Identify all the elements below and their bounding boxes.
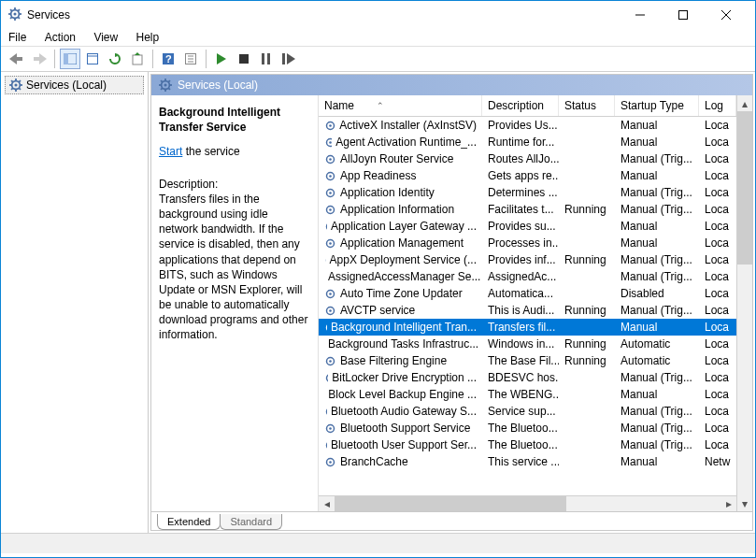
scroll-left-icon[interactable]: ◂ — [319, 496, 335, 512]
help-button[interactable]: ? — [158, 49, 178, 69]
svg-marker-16 — [9, 53, 17, 64]
column-description[interactable]: Description — [482, 95, 559, 116]
v-scroll-thumb[interactable] — [737, 111, 752, 265]
menu-help[interactable]: Help — [136, 31, 160, 44]
forward-button[interactable] — [29, 49, 50, 69]
service-name: Base Filtering Engine — [340, 354, 447, 367]
properties-window-button[interactable] — [82, 49, 103, 69]
service-description: Transfers fil... — [482, 321, 559, 334]
service-row[interactable]: AVCTP serviceThis is Audi...RunningManua… — [319, 302, 736, 319]
service-row[interactable]: Bluetooth Audio Gateway S...Service sup.… — [319, 403, 736, 420]
service-startup-type: Manual — [615, 169, 699, 182]
close-button[interactable] — [705, 1, 748, 29]
column-status[interactable]: Status — [559, 95, 615, 116]
service-row[interactable]: App ReadinessGets apps re...ManualLoca — [319, 167, 736, 184]
service-description: Processes in... — [482, 236, 559, 250]
service-row[interactable]: BranchCacheThis service ...ManualNetw — [319, 453, 736, 470]
service-row[interactable]: Auto Time Zone UpdaterAutomatica...Disab… — [319, 285, 736, 302]
minimize-button[interactable] — [619, 1, 662, 29]
export-button[interactable] — [127, 49, 148, 69]
back-button[interactable] — [7, 49, 27, 69]
service-logon: Loca — [699, 253, 736, 266]
service-row[interactable]: Agent Activation Runtime_...Runtime for.… — [319, 134, 736, 150]
column-startup-type[interactable]: Startup Type — [615, 95, 699, 116]
service-row[interactable]: Bluetooth Support ServiceThe Bluetoo...M… — [319, 420, 736, 436]
menu-file[interactable]: File — [8, 31, 26, 44]
restart-button[interactable] — [278, 49, 299, 69]
tab-extended[interactable]: Extended — [157, 514, 221, 530]
tab-standard[interactable]: Standard — [220, 514, 282, 530]
service-name: Background Intelligent Tran... — [331, 321, 477, 334]
service-description: AssignedAc... — [482, 270, 559, 283]
service-status: Running — [559, 354, 615, 367]
start-button[interactable] — [211, 49, 232, 69]
service-row[interactable]: ActiveX Installer (AxInstSV)Provides Us.… — [319, 117, 736, 134]
service-startup-type: Manual — [615, 136, 699, 149]
service-row[interactable]: Application IdentityDetermines ...Manual… — [319, 184, 736, 201]
service-icon — [324, 439, 327, 451]
service-icon — [324, 305, 336, 317]
description-label: Description: — [159, 177, 310, 192]
service-logon: Loca — [699, 422, 736, 435]
tree-item-label: Services (Local) — [26, 79, 107, 92]
service-description: BDESVC hos... — [482, 371, 559, 384]
horizontal-scrollbar[interactable]: ◂ ▸ — [319, 495, 736, 511]
pause-button[interactable] — [256, 49, 277, 69]
service-name: BitLocker Drive Encryption ... — [332, 371, 477, 384]
scroll-up-icon[interactable]: ▴ — [737, 95, 752, 111]
service-row[interactable]: Application InformationFacilitates t...R… — [319, 201, 736, 218]
service-startup-type: Manual (Trig... — [615, 371, 699, 384]
service-logon: Loca — [699, 136, 736, 149]
service-icon — [324, 372, 328, 384]
service-row[interactable]: AssignedAccessManager Se...AssignedAc...… — [319, 268, 736, 285]
service-name: Bluetooth Audio Gateway S... — [331, 405, 477, 418]
svg-point-68 — [329, 360, 332, 363]
start-service-link[interactable]: Start — [159, 145, 182, 158]
service-description: The Bluetoo... — [482, 438, 559, 451]
service-row[interactable]: Block Level Backup Engine ...The WBENG..… — [319, 386, 736, 403]
service-row[interactable]: AppX Deployment Service (...Provides inf… — [319, 251, 736, 268]
scroll-right-icon[interactable]: ▸ — [720, 496, 736, 512]
column-headers: Name⌃ Description Status Startup Type Lo… — [319, 95, 736, 117]
service-logon: Loca — [699, 371, 736, 384]
service-icon — [324, 120, 335, 132]
service-name: Application Management — [340, 236, 464, 250]
service-description: Provides Us... — [482, 119, 559, 132]
svg-point-50 — [329, 208, 332, 211]
service-row[interactable]: Application ManagementProcesses in...Man… — [319, 235, 736, 251]
refresh-button[interactable] — [105, 49, 125, 69]
svg-point-76 — [329, 427, 332, 430]
service-name: Application Layer Gateway ... — [331, 220, 477, 233]
service-logon: Loca — [699, 321, 736, 334]
app-icon — [8, 7, 21, 23]
svg-rect-34 — [239, 54, 249, 64]
tree-item-services-local[interactable]: Services (Local) — [5, 76, 144, 94]
svg-rect-13 — [679, 11, 688, 20]
show-hide-tree-button[interactable] — [60, 49, 80, 69]
maximize-button[interactable] — [662, 1, 705, 29]
column-name[interactable]: Name⌃ — [319, 95, 482, 116]
vertical-scrollbar[interactable]: ▴ ▾ — [736, 95, 752, 511]
service-startup-type: Disabled — [615, 287, 699, 300]
service-row[interactable]: Application Layer Gateway ...Provides su… — [319, 218, 736, 235]
h-scroll-thumb[interactable] — [335, 496, 566, 512]
service-status: Running — [559, 253, 615, 266]
service-row[interactable]: Background Intelligent Tran...Transfers … — [319, 319, 736, 336]
service-logon: Loca — [699, 287, 736, 300]
service-row[interactable]: BitLocker Drive Encryption ...BDESVC hos… — [319, 369, 736, 386]
service-row[interactable]: Base Filtering EngineThe Base Fil...Runn… — [319, 352, 736, 369]
service-row[interactable]: AllJoyn Router ServiceRoutes AllJo...Man… — [319, 150, 736, 167]
stop-button[interactable] — [234, 49, 254, 69]
service-row[interactable]: Background Tasks Infrastruc...Windows in… — [319, 336, 736, 352]
service-row[interactable]: Bluetooth User Support Ser...The Bluetoo… — [319, 436, 736, 453]
menu-view[interactable]: View — [93, 31, 118, 44]
detail-pane: Background Intelligent Transfer Service … — [151, 95, 318, 511]
properties-button[interactable] — [180, 49, 201, 69]
service-startup-type: Manual — [615, 119, 699, 132]
column-logon[interactable]: Log — [699, 95, 736, 116]
service-name: Application Information — [340, 203, 454, 216]
start-suffix: the service — [182, 145, 239, 158]
scroll-down-icon[interactable]: ▾ — [737, 495, 752, 511]
menu-action[interactable]: Action — [45, 31, 76, 44]
service-icon — [324, 237, 336, 250]
